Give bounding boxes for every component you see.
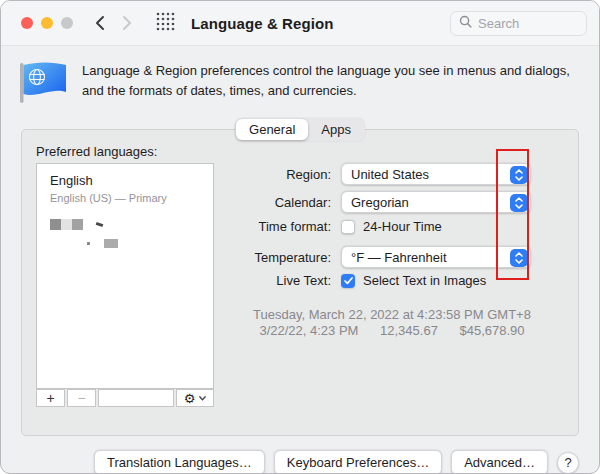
region-row: Region: United States [22, 163, 578, 185]
language-region-window: Language & Region Search [0, 0, 600, 474]
tab-apps[interactable]: Apps [308, 119, 364, 140]
preferred-languages-label: Preferred languages: [36, 144, 157, 159]
check-icon [344, 277, 353, 285]
24-hour-time-option: 24-Hour Time [363, 219, 442, 234]
temperature-row: Temperature: °F — Fahrenheit [22, 246, 578, 268]
keyboard-preferences-button[interactable]: Keyboard Preferences… [274, 450, 442, 474]
search-placeholder: Search [478, 16, 519, 31]
tabs-row: General Apps [1, 118, 599, 141]
advanced-button[interactable]: Advanced… [451, 450, 548, 474]
region-popup[interactable]: United States [341, 163, 531, 185]
close-button[interactable] [21, 17, 33, 29]
gear-icon: ⚙ [184, 392, 196, 405]
region-value: United States [351, 167, 429, 182]
minimize-button[interactable] [41, 17, 53, 29]
language-actions-button[interactable]: ⚙ [176, 389, 214, 407]
select-text-in-images-checkbox[interactable] [341, 274, 355, 288]
search-icon [459, 14, 472, 32]
nav-arrows [94, 15, 133, 31]
search-field[interactable]: Search [450, 11, 587, 36]
translation-languages-button[interactable]: Translation Languages… [94, 450, 265, 474]
temperature-popup[interactable]: °F — Fahrenheit [341, 246, 531, 268]
currency-preview: $45,678.90 [460, 323, 525, 338]
up-down-stepper-icon[interactable] [510, 166, 528, 184]
tab-segmented-control: General Apps [235, 118, 365, 141]
live-text-row: Live Text: Select Text in Images [22, 273, 578, 288]
up-down-stepper-icon[interactable] [510, 249, 528, 267]
number-preview: 12,345.67 [380, 323, 438, 338]
remove-language-button[interactable]: − [67, 389, 96, 407]
zoom-button[interactable] [61, 17, 73, 29]
traffic-lights [21, 17, 73, 29]
footer: Translation Languages… Keyboard Preferen… [1, 450, 579, 474]
add-language-button[interactable]: + [36, 389, 65, 407]
language-list-toolbar: + − ⚙ [36, 389, 214, 407]
calendar-label: Calendar: [22, 195, 331, 210]
titlebar: Language & Region Search [1, 1, 599, 46]
general-panel: Preferred languages: English English (US… [21, 129, 579, 436]
long-date-preview: Tuesday, March 22, 2022 at 4:23:58 PM GM… [212, 307, 572, 322]
show-all-grid-icon[interactable] [155, 11, 175, 35]
calendar-row: Calendar: Gregorian [22, 191, 578, 213]
calendar-value: Gregorian [351, 195, 409, 210]
preferences-description: Language & Region preferences control th… [82, 58, 577, 100]
language-region-flag-icon [15, 60, 69, 110]
short-date-preview: 3/22/22, 4:23 PM [259, 323, 358, 338]
back-chevron-icon[interactable] [94, 15, 105, 31]
chevron-down-icon [199, 396, 206, 401]
time-format-row: Time format: 24-Hour Time [22, 219, 578, 234]
temperature-value: °F — Fahrenheit [351, 250, 447, 265]
region-label: Region: [22, 167, 331, 182]
header: Language & Region preferences control th… [1, 46, 599, 112]
24-hour-time-checkbox[interactable] [341, 220, 355, 234]
select-text-in-images-option: Select Text in Images [363, 273, 486, 288]
toolbar-spacer [98, 389, 174, 407]
calendar-popup[interactable]: Gregorian [341, 191, 531, 213]
formats-preview: 3/22/22, 4:23 PM 12,345.67 $45,678.90 [212, 323, 572, 338]
temperature-label: Temperature: [22, 250, 331, 265]
window-title: Language & Region [191, 15, 334, 32]
time-format-label: Time format: [22, 219, 331, 234]
tab-general[interactable]: General [236, 119, 308, 140]
live-text-label: Live Text: [22, 273, 331, 288]
up-down-stepper-icon[interactable] [510, 194, 528, 212]
forward-chevron-icon[interactable] [122, 15, 133, 31]
help-button[interactable]: ? [557, 452, 579, 474]
